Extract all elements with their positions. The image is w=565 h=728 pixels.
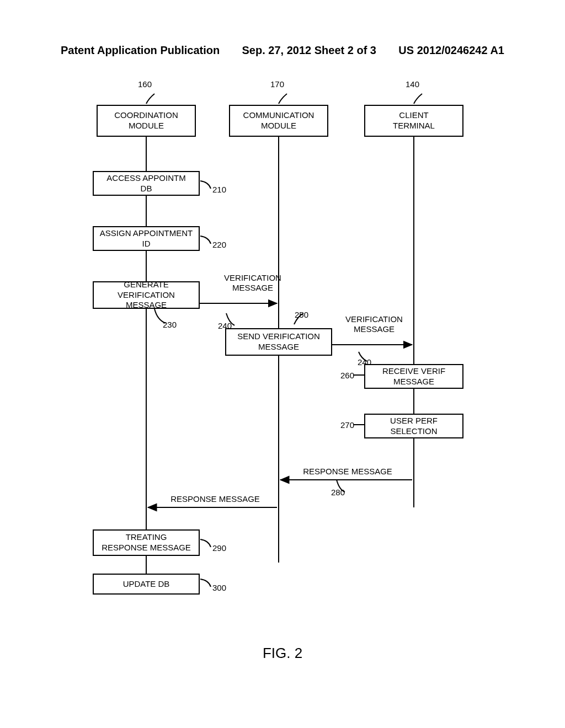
ref-170: 170 bbox=[270, 79, 284, 89]
label-verification-message-1: VERIFICATIONMESSAGE bbox=[220, 273, 286, 293]
step-access-appointm-db: ACCESS APPOINTMDB bbox=[93, 171, 200, 196]
ref-210: 210 bbox=[212, 185, 226, 195]
step-user-perf-selection: USER PERFSELECTION bbox=[364, 414, 463, 438]
diagram-wires bbox=[66, 83, 491, 640]
page-header: Patent Application Publication Sep. 27, … bbox=[0, 44, 565, 57]
label-response-message-2: RESPONSE MESSAGE bbox=[166, 494, 265, 504]
step-send-verification-message: SEND VERIFICATIONMESSAGE bbox=[225, 328, 332, 356]
step-generate-verification-message: GENERATE VERIFICATIONMESSAGE bbox=[93, 281, 200, 309]
ref-270: 270 bbox=[340, 420, 354, 430]
figure-label: FIG. 2 bbox=[263, 645, 302, 662]
lane-coordination-module: COORDINATIONMODULE bbox=[97, 105, 196, 137]
label-verification-message-2: VERIFICATIONMESSAGE bbox=[341, 314, 407, 334]
step-receive-verif-message: RECEIVE VERIFMESSAGE bbox=[364, 364, 463, 389]
ref-260: 260 bbox=[340, 371, 354, 381]
page: Patent Application Publication Sep. 27, … bbox=[0, 0, 565, 728]
ref-300: 300 bbox=[212, 583, 226, 593]
ref-160: 160 bbox=[138, 79, 152, 89]
lane-communication-module: COMMUNICATIONMODULE bbox=[229, 105, 328, 137]
header-left: Patent Application Publication bbox=[61, 44, 220, 57]
header-center: Sep. 27, 2012 Sheet 2 of 3 bbox=[220, 44, 398, 57]
sequence-diagram: 160 170 140 COORDINATIONMODULE COMMUNICA… bbox=[66, 83, 491, 640]
ref-290: 290 bbox=[212, 543, 226, 553]
ref-220: 220 bbox=[212, 240, 226, 250]
lane-client-terminal: CLIENTTERMINAL bbox=[364, 105, 463, 137]
step-update-db: UPDATE DB bbox=[93, 574, 200, 595]
label-response-message-1: RESPONSE MESSAGE bbox=[298, 467, 397, 477]
header-right: US 2012/0246242 A1 bbox=[398, 44, 504, 57]
ref-140: 140 bbox=[406, 79, 419, 89]
step-assign-appointment-id: ASSIGN APPOINTMENTID bbox=[93, 226, 200, 251]
ref-250: 250 bbox=[295, 310, 308, 320]
ref-230: 230 bbox=[163, 320, 177, 330]
step-treating-response-message: TREATINGRESPONSE MESSAGE bbox=[93, 529, 200, 556]
ref-280-a: 280 bbox=[331, 488, 345, 497]
